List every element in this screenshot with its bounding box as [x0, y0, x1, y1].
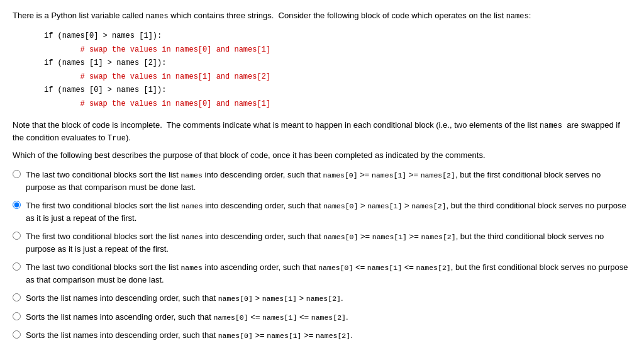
code-block: if (names[0] > names [1]): # swap the va… [44, 30, 631, 111]
option-2-text: The first two conditional blocks sort th… [26, 200, 631, 224]
radio-2[interactable] [13, 201, 21, 209]
radio-3[interactable] [13, 232, 21, 240]
var-names-inline: names [146, 12, 169, 21]
option-7: Sorts the list names into descending ord… [13, 329, 631, 342]
option-6-text: Sorts the list names into ascending orde… [26, 311, 348, 323]
option-3: The first two conditional blocks sort th… [13, 230, 631, 255]
question-paragraph: Which of the following best describes th… [13, 149, 631, 162]
options-list: The last two conditional blocks sort the… [13, 169, 631, 343]
option-1: The last two conditional blocks sort the… [13, 169, 631, 193]
radio-6[interactable] [13, 312, 21, 320]
code-line-6: # swap the values in names[0] and names[… [44, 98, 631, 111]
option-6: Sorts the list names into ascending orde… [13, 311, 631, 323]
var-names-inline2: names [506, 12, 529, 21]
intro-paragraph: There is a Python list variable called n… [13, 9, 631, 22]
true-val: True [108, 134, 126, 143]
var-names-note: names [540, 121, 562, 130]
option-1-text: The last two conditional blocks sort the… [26, 169, 631, 193]
radio-5[interactable] [13, 293, 21, 301]
option-7-text: Sorts the list names into descending ord… [26, 329, 353, 342]
note-paragraph: Note that the block of code is incomplet… [13, 119, 631, 144]
option-3-text: The first two conditional blocks sort th… [26, 230, 631, 255]
option-5: Sorts the list names into descending ord… [13, 292, 631, 305]
option-4-text: The last two conditional blocks sort the… [26, 261, 631, 286]
option-2: The first two conditional blocks sort th… [13, 200, 631, 224]
code-line-1: if (names[0] > names [1]): [44, 30, 631, 43]
code-line-5: if (names [0] > names [1]): [44, 84, 631, 98]
radio-4[interactable] [13, 262, 21, 271]
radio-7[interactable] [13, 330, 21, 339]
code-line-4: # swap the values in names[1] and names[… [44, 70, 631, 84]
code-line-2: # swap the values in names[0] and names[… [44, 43, 631, 57]
radio-1[interactable] [13, 170, 21, 178]
code-line-3: if (names [1] > names [2]): [44, 57, 631, 70]
option-4: The last two conditional blocks sort the… [13, 261, 631, 286]
option-5-text: Sorts the list names into descending ord… [26, 292, 343, 305]
